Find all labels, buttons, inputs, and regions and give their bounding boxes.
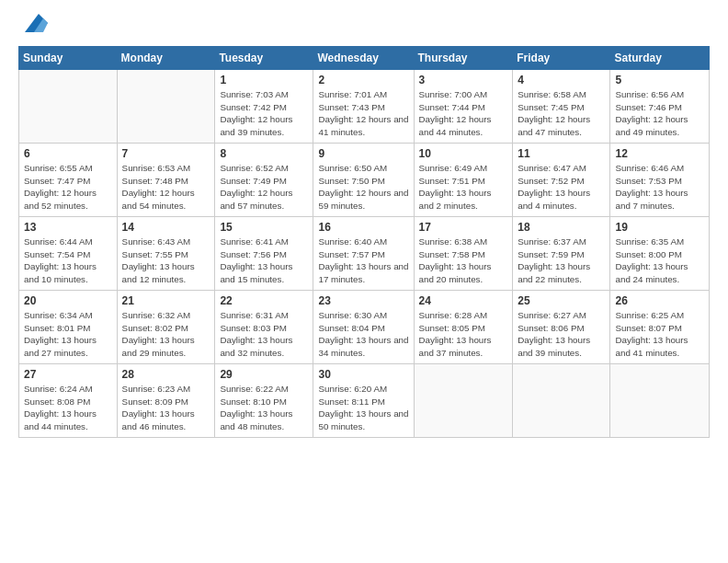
day-info: Sunrise: 7:00 AMSunset: 7:44 PMDaylight:… (419, 88, 508, 139)
day-number: 27 (24, 368, 112, 381)
calendar-header-row: SundayMondayTuesdayWednesdayThursdayFrid… (19, 47, 710, 70)
day-info: Sunrise: 6:30 AMSunset: 8:04 PMDaylight:… (318, 309, 408, 360)
calendar-cell: 29Sunrise: 6:22 AMSunset: 8:10 PMDayligh… (215, 364, 313, 438)
day-info: Sunrise: 6:55 AMSunset: 7:47 PMDaylight:… (24, 162, 112, 213)
calendar-cell: 10Sunrise: 6:49 AMSunset: 7:51 PMDayligh… (414, 144, 513, 217)
day-number: 3 (419, 74, 508, 86)
day-number: 7 (122, 147, 210, 160)
calendar-cell (19, 70, 118, 144)
day-info: Sunrise: 6:40 AMSunset: 7:57 PMDaylight:… (318, 236, 408, 286)
day-info: Sunrise: 6:43 AMSunset: 7:55 PMDaylight:… (122, 236, 210, 286)
day-number: 5 (615, 74, 704, 86)
calendar-header-thursday: Thursday (414, 47, 513, 70)
day-number: 14 (122, 221, 210, 234)
day-info: Sunrise: 6:49 AMSunset: 7:51 PMDaylight:… (419, 162, 508, 213)
calendar-cell: 19Sunrise: 6:35 AMSunset: 8:00 PMDayligh… (610, 217, 710, 291)
day-info: Sunrise: 7:03 AMSunset: 7:42 PMDaylight:… (220, 88, 308, 139)
day-info: Sunrise: 6:50 AMSunset: 7:50 PMDaylight:… (318, 162, 408, 213)
calendar-cell: 8Sunrise: 6:52 AMSunset: 7:49 PMDaylight… (215, 144, 313, 217)
day-info: Sunrise: 6:53 AMSunset: 7:48 PMDaylight:… (122, 162, 210, 213)
calendar-cell (513, 364, 610, 438)
calendar-cell: 25Sunrise: 6:27 AMSunset: 8:06 PMDayligh… (513, 291, 610, 364)
day-number: 11 (518, 147, 605, 160)
calendar-header-friday: Friday (513, 47, 610, 70)
day-info: Sunrise: 6:46 AMSunset: 7:53 PMDaylight:… (615, 162, 704, 213)
calendar-cell: 15Sunrise: 6:41 AMSunset: 7:56 PMDayligh… (215, 217, 313, 291)
calendar-cell: 28Sunrise: 6:23 AMSunset: 8:09 PMDayligh… (117, 364, 215, 438)
calendar-cell: 6Sunrise: 6:55 AMSunset: 7:47 PMDaylight… (19, 144, 118, 217)
day-info: Sunrise: 6:52 AMSunset: 7:49 PMDaylight:… (220, 162, 308, 213)
day-number: 15 (220, 221, 308, 234)
day-number: 13 (24, 221, 112, 234)
day-info: Sunrise: 6:35 AMSunset: 8:00 PMDaylight:… (615, 236, 704, 286)
calendar-header-saturday: Saturday (610, 47, 710, 70)
calendar-cell: 24Sunrise: 6:28 AMSunset: 8:05 PMDayligh… (414, 291, 513, 364)
day-number: 20 (24, 294, 112, 307)
calendar-cell: 5Sunrise: 6:56 AMSunset: 7:46 PMDaylight… (610, 70, 710, 144)
calendar-cell: 7Sunrise: 6:53 AMSunset: 7:48 PMDaylight… (117, 144, 215, 217)
day-number: 25 (518, 294, 605, 307)
calendar-header-sunday: Sunday (19, 47, 118, 70)
calendar-cell (610, 364, 710, 438)
day-number: 18 (518, 221, 605, 234)
day-number: 16 (318, 221, 408, 234)
calendar-cell (414, 364, 513, 438)
calendar-week-1: 6Sunrise: 6:55 AMSunset: 7:47 PMDaylight… (19, 144, 710, 217)
day-number: 24 (419, 294, 508, 307)
day-info: Sunrise: 6:24 AMSunset: 8:08 PMDaylight:… (24, 383, 112, 433)
calendar-header-wednesday: Wednesday (313, 47, 414, 70)
day-number: 6 (24, 147, 112, 160)
calendar-cell: 22Sunrise: 6:31 AMSunset: 8:03 PMDayligh… (215, 291, 313, 364)
calendar-cell: 18Sunrise: 6:37 AMSunset: 7:59 PMDayligh… (513, 217, 610, 291)
calendar-cell: 26Sunrise: 6:25 AMSunset: 8:07 PMDayligh… (610, 291, 710, 364)
calendar-cell: 20Sunrise: 6:34 AMSunset: 8:01 PMDayligh… (19, 291, 118, 364)
day-number: 17 (419, 221, 508, 234)
day-info: Sunrise: 6:38 AMSunset: 7:58 PMDaylight:… (419, 236, 508, 286)
calendar-cell: 21Sunrise: 6:32 AMSunset: 8:02 PMDayligh… (117, 291, 215, 364)
calendar-cell: 1Sunrise: 7:03 AMSunset: 7:42 PMDaylight… (215, 70, 313, 144)
calendar-header-monday: Monday (117, 47, 215, 70)
day-number: 1 (220, 74, 308, 86)
day-number: 22 (220, 294, 308, 307)
day-info: Sunrise: 6:27 AMSunset: 8:06 PMDaylight:… (518, 309, 605, 360)
calendar-cell: 9Sunrise: 6:50 AMSunset: 7:50 PMDaylight… (313, 144, 414, 217)
calendar-cell: 12Sunrise: 6:46 AMSunset: 7:53 PMDayligh… (610, 144, 710, 217)
calendar-cell (117, 70, 215, 144)
day-number: 21 (122, 294, 210, 307)
day-info: Sunrise: 6:25 AMSunset: 8:07 PMDaylight:… (615, 309, 704, 360)
day-info: Sunrise: 6:34 AMSunset: 8:01 PMDaylight:… (24, 309, 112, 360)
day-number: 10 (419, 147, 508, 160)
calendar-cell: 11Sunrise: 6:47 AMSunset: 7:52 PMDayligh… (513, 144, 610, 217)
calendar-cell: 17Sunrise: 6:38 AMSunset: 7:58 PMDayligh… (414, 217, 513, 291)
day-number: 28 (122, 368, 210, 381)
day-number: 19 (615, 221, 704, 234)
logo-icon (20, 9, 48, 37)
day-info: Sunrise: 6:44 AMSunset: 7:54 PMDaylight:… (24, 236, 112, 286)
calendar: SundayMondayTuesdayWednesdayThursdayFrid… (18, 46, 710, 438)
day-info: Sunrise: 7:01 AMSunset: 7:43 PMDaylight:… (318, 88, 408, 139)
calendar-cell: 4Sunrise: 6:58 AMSunset: 7:45 PMDaylight… (513, 70, 610, 144)
day-info: Sunrise: 6:20 AMSunset: 8:11 PMDaylight:… (318, 383, 408, 433)
day-number: 2 (318, 74, 408, 86)
day-number: 30 (318, 368, 408, 381)
logo (18, 14, 48, 37)
day-info: Sunrise: 6:22 AMSunset: 8:10 PMDaylight:… (220, 383, 308, 433)
day-number: 8 (220, 147, 308, 160)
day-info: Sunrise: 6:41 AMSunset: 7:56 PMDaylight:… (220, 236, 308, 286)
calendar-cell: 16Sunrise: 6:40 AMSunset: 7:57 PMDayligh… (313, 217, 414, 291)
calendar-header-tuesday: Tuesday (215, 47, 313, 70)
calendar-cell: 2Sunrise: 7:01 AMSunset: 7:43 PMDaylight… (313, 70, 414, 144)
calendar-week-2: 13Sunrise: 6:44 AMSunset: 7:54 PMDayligh… (19, 217, 710, 291)
day-info: Sunrise: 6:56 AMSunset: 7:46 PMDaylight:… (615, 88, 704, 139)
calendar-cell: 23Sunrise: 6:30 AMSunset: 8:04 PMDayligh… (313, 291, 414, 364)
calendar-cell: 3Sunrise: 7:00 AMSunset: 7:44 PMDaylight… (414, 70, 513, 144)
day-number: 4 (518, 74, 605, 86)
day-info: Sunrise: 6:32 AMSunset: 8:02 PMDaylight:… (122, 309, 210, 360)
day-number: 29 (220, 368, 308, 381)
calendar-week-3: 20Sunrise: 6:34 AMSunset: 8:01 PMDayligh… (19, 291, 710, 364)
calendar-cell: 14Sunrise: 6:43 AMSunset: 7:55 PMDayligh… (117, 217, 215, 291)
day-info: Sunrise: 6:31 AMSunset: 8:03 PMDaylight:… (220, 309, 308, 360)
calendar-cell: 30Sunrise: 6:20 AMSunset: 8:11 PMDayligh… (313, 364, 414, 438)
calendar-week-4: 27Sunrise: 6:24 AMSunset: 8:08 PMDayligh… (19, 364, 710, 438)
calendar-cell: 13Sunrise: 6:44 AMSunset: 7:54 PMDayligh… (19, 217, 118, 291)
